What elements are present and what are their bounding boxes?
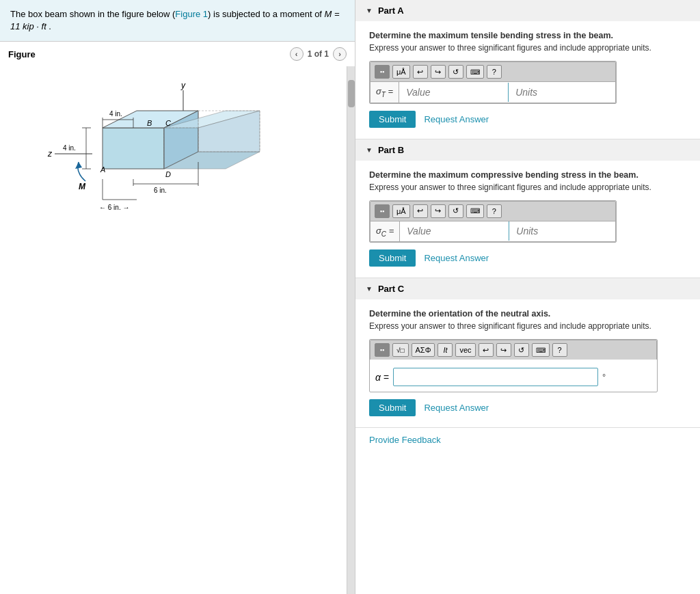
part-c-alpha-input[interactable] [393,368,598,386]
svg-text:← 6 in. →: ← 6 in. → [99,204,129,211]
part-c-request-link[interactable]: Request Answer [424,403,489,413]
part-b-answer-box: ▪▪ μÅ ↩ ↪ ↺ ⌨ ? σC = [369,200,617,243]
part-c-question: Determine the orientation of the neutral… [369,309,686,319]
part-a-toolbar: ▪▪ μÅ ↩ ↪ ↺ ⌨ ? [370,62,616,81]
part-b-help-btn[interactable]: ? [487,204,502,218]
part-a-kbd-btn[interactable]: ⌨ [466,65,484,79]
part-c-arrow: ▼ [366,285,373,293]
part-b-question: Determine the maximum compressive bendin… [369,170,686,180]
part-b-toolbar: ▪▪ μÅ ↩ ↪ ↺ ⌨ ? [370,201,616,221]
part-a-units-input[interactable] [509,83,591,102]
svg-text:M: M [79,182,86,191]
problem-text-1: The box beam shown in the figure below ( [10,9,175,19]
figure-nav: ‹ 1 of 1 › [290,47,347,61]
part-b-answer-label: σC = [371,221,400,242]
part-a-answer-box: ▪▪ μÅ ↩ ↪ ↺ ⌨ ? σT = [369,61,617,104]
svg-text:4 in.: 4 in. [63,144,76,152]
part-c-degree-sign: ° [602,372,606,382]
figure-header: Figure ‹ 1 of 1 › [0,42,355,66]
scrollbar[interactable] [347,66,355,594]
part-c-help-btn[interactable]: ? [552,343,567,357]
problem-text-3: . [46,21,51,31]
part-b-request-link[interactable]: Request Answer [424,253,489,263]
prev-figure-button[interactable]: ‹ [290,47,304,61]
part-a-reset-btn[interactable]: ↺ [448,65,463,79]
svg-text:z: z [47,149,53,159]
figure-area: Figure ‹ 1 of 1 › y [0,42,355,594]
part-b-block-btn[interactable]: ▪▪ [375,204,390,218]
right-panel: ▼ Part A Determine the maximum tensile b… [355,0,700,594]
svg-text:4 in.: 4 in. [109,110,122,118]
part-b-answer-row: σC = [370,221,616,243]
part-a-answer-label: σT = [371,82,399,103]
part-c-sqrt-btn[interactable]: √□ [392,343,409,357]
part-b-submit-button[interactable]: Submit [369,249,416,267]
part-c-submit-button[interactable]: Submit [369,399,416,416]
svg-marker-2 [103,128,164,169]
svg-text:A: A [100,165,105,174]
svg-text:B: B [147,119,152,127]
part-c-sigma-btn[interactable]: ΑΣΦ [412,343,435,357]
part-a-header[interactable]: ▼ Part A [355,0,700,21]
part-c-reset-btn[interactable]: ↺ [514,343,529,357]
part-c-submit-row: Submit Request Answer [369,399,686,416]
figure-svg: y B C A D z [14,73,328,230]
part-c-body: Determine the orientation of the neutral… [355,299,700,427]
part-b-instruction: Express your answer to three significant… [369,183,686,192]
provide-feedback-section: Provide Feedback [355,428,700,459]
part-b-redo-btn[interactable]: ↪ [431,204,446,218]
part-b-arrow: ▼ [366,146,373,154]
part-a-value-input[interactable] [399,83,509,102]
svg-text:6 in.: 6 in. [154,187,167,194]
part-b-section: ▼ Part B Determine the maximum compressi… [355,139,700,279]
part-b-kbd-btn[interactable]: ⌨ [466,204,484,218]
part-a-redo-btn[interactable]: ↪ [431,65,446,79]
figure-link[interactable]: Figure 1 [175,9,208,19]
part-c-undo-btn[interactable]: ↩ [479,343,494,357]
part-c-it-btn[interactable]: It [438,343,453,357]
svg-text:y: y [180,81,186,90]
part-a-arrow: ▼ [366,7,373,14]
part-c-vec-btn[interactable]: vec [455,343,475,357]
part-b-header[interactable]: ▼ Part B [355,139,700,161]
left-panel: The box beam shown in the figure below (… [0,0,355,594]
part-a-instruction: Express your answer to three significant… [369,43,686,53]
part-b-reset-btn[interactable]: ↺ [448,204,463,218]
part-a-help-btn[interactable]: ? [487,65,502,79]
problem-text-2: ) is subjected to a moment of [208,9,325,19]
next-figure-button[interactable]: › [333,47,347,61]
part-b-units-input[interactable] [509,221,591,241]
part-a-question: Determine the maximum tensile bending st… [369,31,686,40]
part-c-section: ▼ Part C Determine the orientation of th… [355,278,700,428]
part-a-request-link[interactable]: Request Answer [424,114,489,124]
part-a-label: Part A [378,5,404,16]
part-a-submit-button[interactable]: Submit [369,111,416,128]
part-a-section: ▼ Part A Determine the maximum tensile b… [355,0,700,139]
figure-label: Figure [8,49,36,59]
part-c-answer-box: ▪▪ √□ ΑΣΦ It vec ↩ ↪ ↺ ⌨ ? α = ° [369,339,658,392]
part-a-body: Determine the maximum tensile bending st… [355,21,700,139]
provide-feedback-link[interactable]: Provide Feedback [369,435,441,445]
part-a-block-btn[interactable]: ▪▪ [375,65,390,79]
scroll-thumb[interactable] [348,80,355,107]
part-a-submit-row: Submit Request Answer [369,111,686,128]
figure-nav-text: 1 of 1 [308,49,329,59]
part-b-mu-btn[interactable]: μÅ [392,204,410,218]
part-c-header[interactable]: ▼ Part C [355,278,700,299]
part-b-label: Part B [378,145,404,155]
part-a-undo-btn[interactable]: ↩ [413,65,428,79]
part-a-mu-btn[interactable]: μÅ [392,65,410,79]
part-c-kbd-btn[interactable]: ⌨ [532,343,550,357]
part-c-redo-btn[interactable]: ↪ [496,343,511,357]
part-c-label: Part C [378,284,404,294]
part-c-block-btn[interactable]: ▪▪ [375,343,390,357]
part-b-value-input[interactable] [400,221,509,241]
part-c-alpha-label: α = [375,372,389,383]
part-b-undo-btn[interactable]: ↩ [413,204,428,218]
svg-text:D: D [165,170,171,178]
part-b-body: Determine the maximum compressive bendin… [355,161,700,278]
part-c-toolbar: ▪▪ √□ ΑΣΦ It vec ↩ ↪ ↺ ⌨ ? [370,340,657,360]
part-c-input-row: α = ° [370,362,657,392]
part-c-instruction: Express your answer to three significant… [369,321,686,331]
svg-text:C: C [165,119,171,127]
